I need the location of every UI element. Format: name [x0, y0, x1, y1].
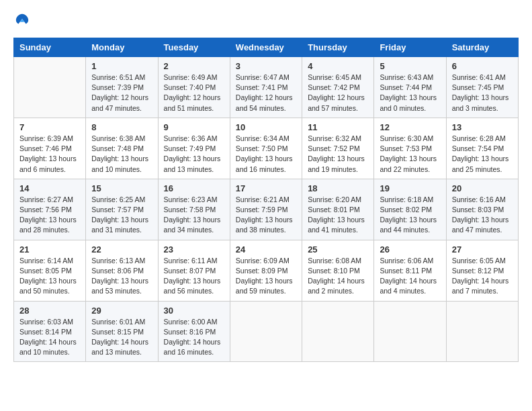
day-number: 17 [236, 183, 296, 193]
day-info: Sunrise: 6:32 AM Sunset: 7:52 PM Dayligh… [308, 134, 368, 175]
day-cell: 11Sunrise: 6:32 AM Sunset: 7:52 PM Dayli… [302, 118, 374, 179]
day-info: Sunrise: 6:25 AM Sunset: 7:57 PM Dayligh… [91, 195, 152, 236]
day-number: 9 [164, 122, 224, 132]
day-cell: 2Sunrise: 6:49 AM Sunset: 7:40 PM Daylig… [158, 57, 230, 118]
day-info: Sunrise: 6:51 AM Sunset: 7:39 PM Dayligh… [91, 73, 152, 113]
day-number: 23 [164, 244, 224, 255]
day-cell: 25Sunrise: 6:08 AM Sunset: 8:10 PM Dayli… [302, 240, 374, 301]
day-info: Sunrise: 6:38 AM Sunset: 7:48 PM Dayligh… [91, 134, 152, 175]
day-info: Sunrise: 6:30 AM Sunset: 7:53 PM Dayligh… [380, 134, 440, 175]
day-number: 25 [308, 244, 368, 255]
weekday-header-thursday: Thursday [302, 38, 374, 57]
day-cell: 17Sunrise: 6:21 AM Sunset: 7:59 PM Dayli… [230, 179, 302, 240]
day-cell: 10Sunrise: 6:34 AM Sunset: 7:50 PM Dayli… [230, 118, 302, 179]
day-number: 2 [164, 61, 224, 71]
day-cell: 24Sunrise: 6:09 AM Sunset: 8:09 PM Dayli… [230, 240, 302, 301]
day-cell [302, 301, 374, 362]
week-row-3: 14Sunrise: 6:27 AM Sunset: 7:56 PM Dayli… [14, 179, 519, 240]
day-number: 18 [308, 183, 368, 193]
day-info: Sunrise: 6:18 AM Sunset: 8:02 PM Dayligh… [380, 195, 440, 236]
day-info: Sunrise: 6:34 AM Sunset: 7:50 PM Dayligh… [236, 134, 296, 175]
day-number: 14 [19, 183, 80, 193]
week-row-1: 1Sunrise: 6:51 AM Sunset: 7:39 PM Daylig… [14, 57, 519, 118]
day-info: Sunrise: 6:49 AM Sunset: 7:40 PM Dayligh… [164, 73, 224, 113]
day-number: 13 [452, 122, 513, 132]
logo-bird-icon [15, 12, 30, 27]
day-number: 8 [91, 122, 152, 132]
day-number: 28 [19, 306, 80, 316]
day-cell: 15Sunrise: 6:25 AM Sunset: 7:57 PM Dayli… [86, 179, 158, 240]
day-number: 1 [91, 61, 152, 71]
day-number: 29 [91, 306, 152, 316]
week-row-2: 7Sunrise: 6:39 AM Sunset: 7:46 PM Daylig… [14, 118, 519, 179]
day-number: 20 [452, 183, 513, 193]
day-info: Sunrise: 6:20 AM Sunset: 8:01 PM Dayligh… [308, 195, 368, 236]
day-number: 10 [236, 122, 296, 132]
day-cell: 4Sunrise: 6:45 AM Sunset: 7:42 PM Daylig… [302, 57, 374, 118]
week-row-4: 21Sunrise: 6:14 AM Sunset: 8:05 PM Dayli… [14, 240, 519, 301]
day-number: 30 [164, 306, 224, 316]
day-number: 12 [380, 122, 440, 132]
day-number: 15 [91, 183, 152, 193]
logo [13, 13, 30, 27]
day-info: Sunrise: 6:03 AM Sunset: 8:14 PM Dayligh… [19, 317, 80, 358]
day-cell: 19Sunrise: 6:18 AM Sunset: 8:02 PM Dayli… [374, 179, 446, 240]
day-cell [446, 301, 518, 362]
weekday-header-monday: Monday [86, 38, 158, 57]
day-cell: 3Sunrise: 6:47 AM Sunset: 7:41 PM Daylig… [230, 57, 302, 118]
day-info: Sunrise: 6:27 AM Sunset: 7:56 PM Dayligh… [19, 195, 80, 236]
day-info: Sunrise: 6:06 AM Sunset: 8:11 PM Dayligh… [380, 256, 440, 297]
day-cell: 23Sunrise: 6:11 AM Sunset: 8:07 PM Dayli… [158, 240, 230, 301]
day-info: Sunrise: 6:41 AM Sunset: 7:45 PM Dayligh… [452, 73, 513, 113]
day-info: Sunrise: 6:11 AM Sunset: 8:07 PM Dayligh… [164, 256, 224, 297]
day-info: Sunrise: 6:45 AM Sunset: 7:42 PM Dayligh… [308, 73, 368, 113]
day-cell: 6Sunrise: 6:41 AM Sunset: 7:45 PM Daylig… [446, 57, 518, 118]
day-info: Sunrise: 6:00 AM Sunset: 8:16 PM Dayligh… [164, 317, 224, 358]
day-cell: 8Sunrise: 6:38 AM Sunset: 7:48 PM Daylig… [86, 118, 158, 179]
day-number: 24 [236, 244, 296, 255]
day-cell: 29Sunrise: 6:01 AM Sunset: 8:15 PM Dayli… [86, 301, 158, 362]
day-cell: 16Sunrise: 6:23 AM Sunset: 7:58 PM Dayli… [158, 179, 230, 240]
day-cell: 5Sunrise: 6:43 AM Sunset: 7:44 PM Daylig… [374, 57, 446, 118]
day-number: 11 [308, 122, 368, 132]
day-cell: 27Sunrise: 6:05 AM Sunset: 8:12 PM Dayli… [446, 240, 518, 301]
day-info: Sunrise: 6:13 AM Sunset: 8:06 PM Dayligh… [91, 256, 152, 297]
day-cell: 13Sunrise: 6:28 AM Sunset: 7:54 PM Dayli… [446, 118, 518, 179]
day-info: Sunrise: 6:09 AM Sunset: 8:09 PM Dayligh… [236, 256, 296, 297]
weekday-header-row: SundayMondayTuesdayWednesdayThursdayFrid… [14, 38, 519, 57]
day-info: Sunrise: 6:23 AM Sunset: 7:58 PM Dayligh… [164, 195, 224, 236]
day-info: Sunrise: 6:28 AM Sunset: 7:54 PM Dayligh… [452, 134, 513, 175]
day-cell: 28Sunrise: 6:03 AM Sunset: 8:14 PM Dayli… [14, 301, 86, 362]
day-cell: 20Sunrise: 6:16 AM Sunset: 8:03 PM Dayli… [446, 179, 518, 240]
day-number: 26 [380, 244, 440, 255]
calendar-table: SundayMondayTuesdayWednesdayThursdayFrid… [13, 38, 519, 362]
weekday-header-friday: Friday [374, 38, 446, 57]
day-info: Sunrise: 6:36 AM Sunset: 7:49 PM Dayligh… [164, 134, 224, 175]
day-cell: 7Sunrise: 6:39 AM Sunset: 7:46 PM Daylig… [14, 118, 86, 179]
day-info: Sunrise: 6:39 AM Sunset: 7:46 PM Dayligh… [19, 134, 80, 175]
day-info: Sunrise: 6:47 AM Sunset: 7:41 PM Dayligh… [236, 73, 296, 113]
day-cell: 18Sunrise: 6:20 AM Sunset: 8:01 PM Dayli… [302, 179, 374, 240]
day-number: 16 [164, 183, 224, 193]
day-cell [374, 301, 446, 362]
day-cell: 30Sunrise: 6:00 AM Sunset: 8:16 PM Dayli… [158, 301, 230, 362]
day-number: 4 [308, 61, 368, 71]
day-info: Sunrise: 6:16 AM Sunset: 8:03 PM Dayligh… [452, 195, 513, 236]
day-info: Sunrise: 6:05 AM Sunset: 8:12 PM Dayligh… [452, 256, 513, 297]
day-cell: 26Sunrise: 6:06 AM Sunset: 8:11 PM Dayli… [374, 240, 446, 301]
day-number: 3 [236, 61, 296, 71]
day-info: Sunrise: 6:14 AM Sunset: 8:05 PM Dayligh… [19, 256, 80, 297]
day-number: 19 [380, 183, 440, 193]
weekday-header-sunday: Sunday [14, 38, 86, 57]
day-info: Sunrise: 6:43 AM Sunset: 7:44 PM Dayligh… [380, 73, 440, 113]
page-header [13, 13, 519, 27]
weekday-header-saturday: Saturday [446, 38, 518, 57]
day-info: Sunrise: 6:08 AM Sunset: 8:10 PM Dayligh… [308, 256, 368, 297]
day-cell: 12Sunrise: 6:30 AM Sunset: 7:53 PM Dayli… [374, 118, 446, 179]
day-number: 21 [19, 244, 80, 255]
day-number: 27 [452, 244, 513, 255]
day-cell: 21Sunrise: 6:14 AM Sunset: 8:05 PM Dayli… [14, 240, 86, 301]
day-number: 6 [452, 61, 513, 71]
day-info: Sunrise: 6:01 AM Sunset: 8:15 PM Dayligh… [91, 317, 152, 358]
day-cell: 22Sunrise: 6:13 AM Sunset: 8:06 PM Dayli… [86, 240, 158, 301]
